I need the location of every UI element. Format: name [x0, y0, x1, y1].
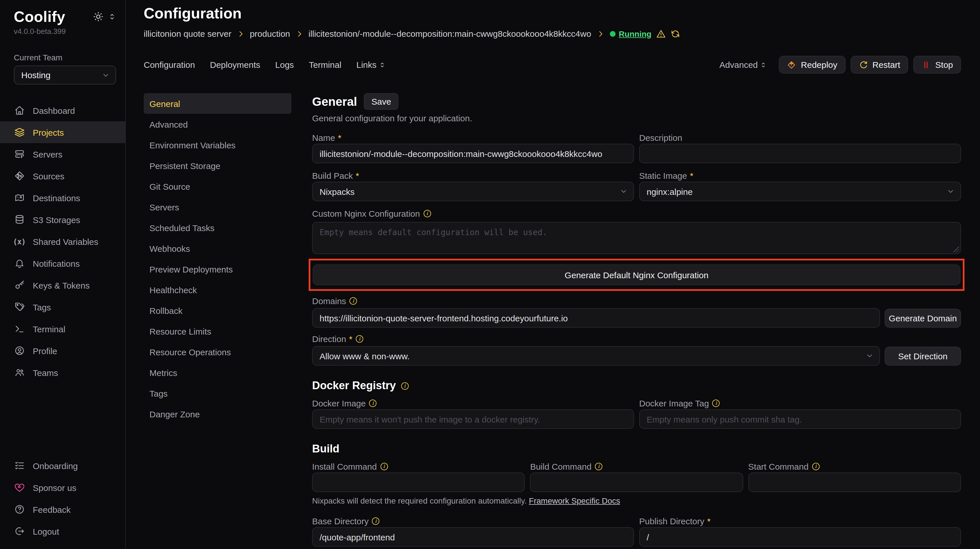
subnav-preview-deployments[interactable]: Preview Deployments	[144, 259, 291, 279]
status-badge[interactable]: Running	[609, 29, 652, 38]
stop-label: Stop	[935, 60, 953, 70]
tab-links-label: Links	[356, 60, 377, 70]
info-icon[interactable]: i	[713, 399, 720, 407]
info-icon[interactable]: i	[350, 297, 357, 304]
sidebar-nav: Dashboard Projects Servers Sources Desti…	[0, 99, 125, 384]
name-input[interactable]	[312, 144, 634, 163]
info-icon[interactable]: i	[595, 463, 602, 470]
breadcrumb-project[interactable]: illicitonion quote server	[144, 29, 231, 38]
tab-links[interactable]: Links	[356, 60, 386, 70]
subnav-persistent-storage[interactable]: Persistent Storage	[144, 155, 291, 176]
restart-button[interactable]: Restart	[851, 56, 908, 73]
sidebar-item-label: Tags	[33, 302, 51, 312]
app-version: v4.0.0-beta.399	[0, 26, 125, 36]
start-command-input[interactable]	[748, 473, 961, 492]
docker-image-tag-input[interactable]	[639, 409, 961, 429]
sidebar-item-shared-variables[interactable]: (x) Shared Variables	[0, 231, 125, 252]
custom-nginx-label: Custom Nginx Configuration	[312, 208, 420, 218]
redeploy-button[interactable]: Redeploy	[779, 56, 845, 73]
docker-image-label: Docker Image	[312, 398, 366, 408]
tab-deployments[interactable]: Deployments	[210, 60, 260, 70]
sidebar-item-s3-storages[interactable]: S3 Storages	[0, 208, 125, 231]
sidebar-item-label: Servers	[33, 149, 62, 159]
sidebar-item-sponsor[interactable]: Sponsor us	[0, 477, 125, 498]
sidebar-item-feedback[interactable]: Feedback	[0, 498, 125, 520]
sidebar-item-label: Sponsor us	[33, 482, 76, 492]
sidebar-item-profile[interactable]: Profile	[0, 340, 125, 361]
base-directory-input[interactable]	[312, 527, 634, 547]
sidebar-item-dashboard[interactable]: Dashboard	[0, 99, 125, 121]
breadcrumb: illicitonion quote server production ill…	[144, 29, 961, 38]
refresh-icon[interactable]	[671, 29, 680, 38]
tab-configuration[interactable]: Configuration	[144, 60, 195, 70]
resize-handle[interactable]	[954, 247, 959, 252]
subnav-resource-limits[interactable]: Resource Limits	[144, 321, 291, 342]
subnav-servers[interactable]: Servers	[144, 197, 291, 217]
info-icon[interactable]: i	[372, 517, 380, 525]
generate-domain-button[interactable]: Generate Domain	[885, 309, 961, 328]
sidebar-item-terminal[interactable]: Terminal	[0, 318, 125, 340]
build-command-input[interactable]	[530, 473, 743, 492]
sidebar-item-projects[interactable]: Projects	[0, 121, 125, 143]
subnav-metrics[interactable]: Metrics	[144, 362, 291, 383]
save-button[interactable]: Save	[364, 93, 398, 110]
subnav-tags[interactable]: Tags	[144, 383, 291, 404]
custom-nginx-textarea[interactable]	[312, 222, 961, 254]
chevrons-up-down-icon	[760, 61, 767, 68]
subnav-scheduled-tasks[interactable]: Scheduled Tasks	[144, 217, 291, 238]
tab-terminal[interactable]: Terminal	[309, 60, 341, 70]
subnav-general[interactable]: General	[144, 93, 291, 114]
description-input[interactable]	[639, 144, 961, 163]
framework-docs-link[interactable]: Framework Specific Docs	[529, 496, 620, 505]
theme-sun-icon[interactable]	[93, 11, 103, 22]
direction-label: Direction	[312, 334, 346, 344]
info-icon[interactable]: i	[356, 335, 363, 342]
advanced-dropdown[interactable]: Advanced	[719, 60, 767, 70]
info-icon[interactable]: i	[401, 382, 408, 390]
static-image-select[interactable]: nginx:alpine	[639, 181, 961, 201]
publish-directory-input[interactable]	[639, 527, 961, 547]
subnav-danger-zone[interactable]: Danger Zone	[144, 404, 291, 424]
subnav-environment-variables[interactable]: Environment Variables	[144, 135, 291, 155]
sidebar-item-teams[interactable]: Teams	[0, 361, 125, 384]
subnav-healthcheck[interactable]: Healthcheck	[144, 279, 291, 300]
docker-image-input[interactable]	[312, 409, 634, 429]
info-icon[interactable]: i	[812, 463, 819, 470]
info-icon[interactable]: i	[369, 399, 377, 407]
sidebar-item-keys-tokens[interactable]: Keys & Tokens	[0, 274, 125, 296]
generate-nginx-config-button[interactable]: Generate Default Nginx Configuration	[313, 264, 961, 285]
info-icon[interactable]: i	[380, 463, 388, 470]
breadcrumb-environment[interactable]: production	[250, 29, 290, 38]
subnav-rollback[interactable]: Rollback	[144, 300, 291, 321]
subnav-resource-operations[interactable]: Resource Operations	[144, 342, 291, 362]
app-root: Coolify v4.0.0-beta.399 Current Team Hos…	[0, 0, 980, 549]
build-pack-select[interactable]: Nixpacks	[312, 181, 634, 201]
sidebar-item-servers[interactable]: Servers	[0, 143, 125, 165]
sidebar-item-onboarding[interactable]: Onboarding	[0, 455, 125, 477]
team-select[interactable]: Hosting	[14, 65, 116, 84]
install-command-input[interactable]	[312, 473, 525, 492]
sidebar-item-label: Onboarding	[33, 461, 78, 471]
sidebar-item-notifications[interactable]: Notifications	[0, 252, 125, 274]
sidebar-item-destinations[interactable]: Destinations	[0, 187, 125, 208]
warning-icon[interactable]	[657, 29, 666, 38]
general-form: General Save General configuration for y…	[312, 93, 961, 549]
sidebar-item-sources[interactable]: Sources	[0, 165, 125, 187]
set-direction-button[interactable]: Set Direction	[885, 346, 961, 365]
direction-select[interactable]: Allow www & non-www.	[312, 346, 880, 366]
breadcrumb-application[interactable]: illicitestonion/-module--decomposition:m…	[309, 29, 591, 38]
sidebar-item-tags[interactable]: Tags	[0, 296, 125, 318]
theme-chevrons-icon[interactable]	[108, 13, 116, 21]
section-title: General	[312, 95, 357, 108]
info-icon[interactable]: i	[423, 210, 431, 217]
subnav-git-source[interactable]: Git Source	[144, 176, 291, 197]
tab-logs[interactable]: Logs	[275, 60, 294, 70]
toolbar: Configuration Deployments Logs Terminal …	[144, 56, 961, 73]
subnav-advanced[interactable]: Advanced	[144, 114, 291, 135]
subnav-webhooks[interactable]: Webhooks	[144, 238, 291, 259]
sidebar-item-label: Dashboard	[33, 105, 75, 115]
sidebar-item-logout[interactable]: Logout	[0, 520, 125, 542]
domains-input[interactable]	[312, 308, 880, 328]
restart-label: Restart	[872, 60, 900, 70]
stop-button[interactable]: Stop	[913, 56, 961, 73]
